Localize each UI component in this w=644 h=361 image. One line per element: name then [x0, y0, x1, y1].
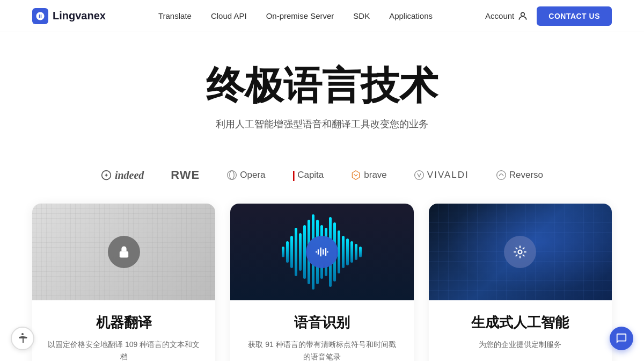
card-machine-title: 机器翻译 — [47, 313, 200, 332]
card-machine-body: 机器翻译 以固定价格安全地翻译 109 种语言的文本和文档 — [32, 300, 215, 361]
nav-right: Account CONTACT US — [485, 6, 612, 26]
hero-section: 终极语言技术 利用人工智能增强型语音和翻译工具改变您的业务 — [0, 32, 644, 152]
svg-line-13 — [516, 248, 517, 249]
svg-marker-4 — [353, 171, 360, 180]
nav-translate[interactable]: Translate — [158, 11, 192, 20]
card-speech-desc: 获取 91 种语言的带有清晰标点符号和时间戳的语音笔录 — [245, 338, 398, 361]
card-machine-image — [32, 204, 215, 300]
capita-bar: | — [292, 169, 296, 182]
account-link[interactable]: Account — [485, 11, 528, 21]
accessibility-button[interactable] — [11, 327, 34, 350]
card-speech-recognition: 语音识别 获取 91 种语言的带有清晰标点符号和时间戳的语音笔录 — [230, 204, 413, 361]
nav-links: Translate Cloud API On-premise Server SD… — [158, 11, 433, 20]
svg-point-3 — [230, 171, 234, 180]
logo-indeed: indeed — [101, 169, 144, 182]
svg-rect-7 — [119, 251, 128, 258]
wave-bar — [355, 244, 357, 260]
logo[interactable]: Lingvanex — [32, 8, 106, 24]
vivaldi-logo-icon — [414, 170, 425, 180]
svg-point-5 — [414, 171, 423, 180]
wave-bar — [295, 228, 297, 276]
logo-vivaldi: VIVALDI — [414, 170, 469, 180]
chat-button[interactable] — [610, 327, 633, 350]
svg-point-17 — [21, 333, 24, 335]
card-ai-desc: 为您的企业提供定制服务 — [444, 338, 597, 350]
rwe-text: RWE — [171, 168, 200, 182]
wave-bar — [359, 247, 362, 257]
card-ai-body: 生成式人工智能 为您的企业提供定制服务 — [429, 300, 612, 361]
card-machine-desc: 以固定价格安全地翻译 109 种语言的文本和文档 — [47, 338, 200, 361]
lock-icon-circle — [108, 236, 140, 268]
hero-title: 终极语言技术 — [32, 64, 612, 107]
wave-bar — [299, 233, 302, 271]
card-ai-title: 生成式人工智能 — [444, 313, 597, 332]
logos-strip: indeed RWE Opera | Capita brave VIVALDI — [0, 152, 644, 204]
capita-text: Capita — [297, 170, 324, 180]
logo-rwe: RWE — [171, 168, 200, 182]
svg-line-15 — [516, 255, 517, 256]
waveform-icon — [314, 244, 330, 259]
reverso-text: Reverso — [509, 170, 543, 180]
logo-reverso: Reverso — [496, 170, 543, 180]
vivaldi-text: VIVALDI — [427, 170, 469, 180]
card-speech-title: 语音识别 — [245, 313, 398, 332]
card-generative-ai: 生成式人工智能 为您的企业提供定制服务 — [429, 204, 612, 361]
card-speech-body: 语音识别 获取 91 种语言的带有清晰标点符号和时间戳的语音笔录 — [230, 300, 413, 361]
navbar: Lingvanex Translate Cloud API On-premise… — [0, 0, 644, 32]
brave-logo-icon — [350, 170, 361, 180]
card-speech-image — [230, 204, 413, 300]
brave-text: brave — [364, 170, 387, 180]
svg-point-6 — [496, 171, 506, 180]
indeed-logo-icon — [101, 170, 112, 180]
indeed-text: indeed — [115, 169, 144, 182]
logo-capita: | Capita — [292, 169, 324, 182]
account-icon — [517, 11, 528, 21]
logo-brave: brave — [350, 170, 387, 180]
accessibility-icon — [16, 332, 29, 345]
nav-applications[interactable]: Applications — [389, 11, 433, 20]
nav-cloud-api[interactable]: Cloud API — [211, 11, 247, 20]
cards-section: 机器翻译 以固定价格安全地翻译 109 种语言的文本和文档 — [0, 204, 644, 361]
opera-logo-icon — [226, 170, 237, 180]
svg-point-8 — [518, 250, 522, 254]
account-label: Account — [485, 11, 514, 20]
wave-bar — [286, 241, 289, 263]
svg-point-2 — [228, 171, 237, 180]
reverso-logo-icon — [496, 170, 507, 180]
wave-bar — [346, 239, 349, 265]
lock-icon — [116, 244, 131, 259]
opera-text: Opera — [240, 170, 265, 180]
speech-icon-circle — [306, 236, 338, 268]
hero-subtitle: 利用人工智能增强型语音和翻译工具改变您的业务 — [32, 118, 612, 131]
chat-icon — [616, 333, 627, 344]
svg-point-0 — [521, 12, 525, 16]
wave-bar — [338, 230, 340, 273]
wave-bar — [282, 247, 284, 257]
logo-text: Lingvanex — [53, 10, 106, 22]
card-machine-translation: 机器翻译 以固定价格安全地翻译 109 种语言的文本和文档 — [32, 204, 215, 361]
wave-bar — [350, 241, 353, 263]
logo-opera: Opera — [226, 170, 265, 180]
wave-bar — [342, 236, 345, 268]
card-ai-image — [429, 204, 612, 300]
nav-on-premise[interactable]: On-premise Server — [266, 11, 334, 20]
wave-bar — [290, 236, 293, 268]
sparkle-icon — [513, 244, 528, 259]
logo-svg — [35, 11, 45, 21]
svg-line-14 — [523, 255, 524, 256]
svg-line-16 — [523, 248, 524, 249]
logo-icon — [32, 8, 48, 24]
nav-sdk[interactable]: SDK — [353, 11, 370, 20]
contact-button[interactable]: CONTACT US — [537, 6, 612, 26]
